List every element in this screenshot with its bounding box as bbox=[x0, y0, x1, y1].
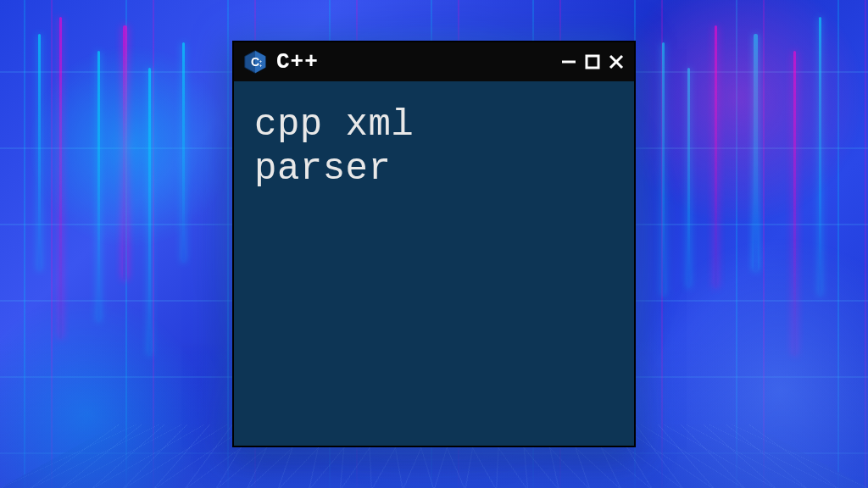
svg-text:+: + bbox=[259, 63, 262, 68]
content-line-2: parser bbox=[254, 147, 391, 190]
window-controls bbox=[559, 53, 626, 71]
svg-rect-6 bbox=[587, 56, 598, 68]
cpp-logo-icon: C + + bbox=[242, 49, 268, 75]
content-line-1: cpp xml bbox=[254, 103, 414, 146]
terminal-content[interactable]: cpp xml parser bbox=[234, 81, 634, 214]
terminal-window: C + + C++ cpp xml parser bbox=[232, 41, 636, 447]
titlebar[interactable]: C + + C++ bbox=[234, 42, 634, 81]
window-title: C++ bbox=[276, 49, 551, 75]
maximize-button[interactable] bbox=[583, 53, 602, 71]
svg-text:C: C bbox=[251, 55, 259, 69]
minimize-button[interactable] bbox=[559, 53, 578, 71]
close-button[interactable] bbox=[607, 53, 626, 71]
